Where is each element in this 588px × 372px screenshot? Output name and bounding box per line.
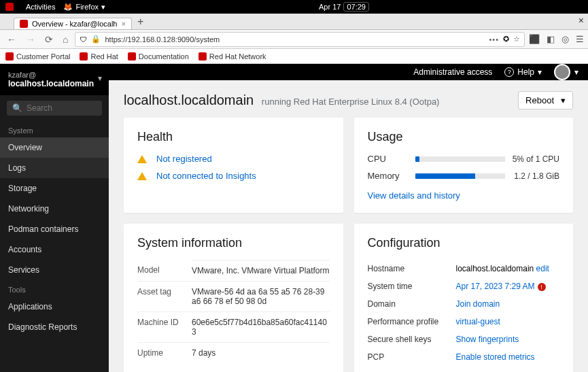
redhat-icon bbox=[128, 52, 136, 61]
firefox-icon: 🦊 bbox=[63, 3, 73, 12]
menu-icon[interactable]: ☰ bbox=[576, 34, 584, 44]
sysinfo-key: Uptime bbox=[137, 342, 192, 363]
url-bar[interactable]: 🛡 🔒 https://192.168.0.128:9090/system ••… bbox=[75, 32, 525, 47]
config-value: Join domain bbox=[456, 295, 560, 313]
config-key: PCP bbox=[368, 348, 456, 366]
config-link[interactable]: Enable stored metrics bbox=[456, 352, 535, 362]
sidebar-item-diagnostic-reports[interactable]: Diagnostic Reports bbox=[0, 317, 109, 337]
tab-title: Overview - kzafar@localh bbox=[32, 20, 117, 28]
chevron-down-icon: ▾ bbox=[574, 67, 578, 77]
firefox-menu[interactable]: 🦊 Firefox ▾ bbox=[63, 3, 105, 12]
sidebar-item-logs[interactable]: Logs bbox=[0, 158, 109, 178]
page-header: localhost.localdomain running Red Hat En… bbox=[109, 80, 588, 118]
sidebar-item-networking[interactable]: Networking bbox=[0, 199, 109, 219]
cockpit-app: kzafar@ localhost.localdomain ▾ 🔍 System… bbox=[0, 64, 588, 372]
reader-icon[interactable]: ✪ bbox=[503, 35, 509, 44]
system-info-card: System information ModelVMware, Inc. VMw… bbox=[124, 224, 343, 372]
health-title: Health bbox=[137, 130, 330, 144]
redhat-icon bbox=[5, 52, 14, 61]
bookmark-documentation[interactable]: Documentation bbox=[128, 52, 189, 61]
session-menu[interactable]: ▾ bbox=[554, 64, 578, 80]
config-value: localhost.localdomain edit bbox=[456, 260, 560, 277]
sidebar-icon[interactable]: ◧ bbox=[547, 34, 555, 44]
memory-bar bbox=[415, 173, 506, 179]
sidebar-item-accounts[interactable]: Accounts bbox=[0, 239, 109, 260]
insights-link[interactable]: Not connected to Insights bbox=[156, 171, 256, 181]
bookmark-customer-portal[interactable]: Customer Portal bbox=[5, 52, 70, 61]
memory-value: 1.2 / 1.8 GiB bbox=[512, 171, 559, 181]
sysinfo-title: System information bbox=[137, 236, 330, 250]
library-icon[interactable]: ⬛ bbox=[529, 34, 540, 44]
config-key: System time bbox=[368, 277, 456, 295]
config-value: Apr 17, 2023 7:29 AM! bbox=[456, 277, 560, 295]
home-button[interactable]: ⌂ bbox=[60, 34, 71, 45]
redhat-icon bbox=[198, 52, 207, 61]
page-title: localhost.localdomain bbox=[124, 92, 254, 107]
memory-label: Memory bbox=[368, 171, 409, 181]
usage-title: Usage bbox=[368, 130, 560, 144]
edit-link[interactable]: edit bbox=[536, 264, 549, 273]
config-key: Hostname bbox=[368, 260, 456, 277]
config-link[interactable]: Apr 17, 2023 7:29 AM bbox=[456, 282, 535, 291]
config-key: Performance profile bbox=[368, 313, 456, 331]
search-input[interactable] bbox=[27, 103, 97, 113]
config-link[interactable]: virtual-guest bbox=[456, 317, 500, 326]
browser-tab[interactable]: Overview - kzafar@localh × bbox=[14, 18, 132, 29]
avatar-icon bbox=[554, 64, 570, 80]
sidebar-host-switcher[interactable]: kzafar@ localhost.localdomain ▾ bbox=[0, 64, 109, 95]
help-menu[interactable]: ? Help ▾ bbox=[504, 67, 542, 77]
cpu-value: 5% of 1 CPU bbox=[512, 154, 559, 164]
bookmark-red-hat[interactable]: Red Hat bbox=[80, 52, 118, 61]
sidebar-hostname: localhost.localdomain bbox=[8, 79, 101, 88]
search-icon: 🔍 bbox=[12, 103, 22, 113]
bookmarks-bar: Customer Portal Red Hat Documentation Re… bbox=[0, 49, 588, 64]
cockpit-favicon-icon bbox=[20, 20, 28, 28]
reboot-button[interactable]: Reboot ▾ bbox=[518, 91, 573, 109]
cpu-label: CPU bbox=[368, 154, 409, 164]
new-tab-button[interactable]: + bbox=[132, 14, 149, 29]
shield-icon: 🛡 bbox=[80, 35, 87, 44]
sidebar-item-services[interactable]: Services bbox=[0, 260, 109, 280]
usage-details-link[interactable]: View details and history bbox=[368, 190, 460, 201]
config-key: Secure shell keys bbox=[368, 331, 456, 348]
sysinfo-value: VMware, Inc. VMware Virtual Platform bbox=[192, 260, 330, 281]
sysinfo-value: 7 days bbox=[192, 342, 330, 363]
cockpit-topbar: Administrative access ? Help ▾ ▾ bbox=[109, 64, 588, 80]
config-link[interactable]: Show fingerprints bbox=[456, 335, 519, 344]
sysinfo-key: Machine ID bbox=[137, 311, 192, 342]
main-content: Administrative access ? Help ▾ ▾ localho… bbox=[109, 64, 588, 372]
sidebar-item-podman[interactable]: Podman containers bbox=[0, 219, 109, 239]
fedora-icon bbox=[5, 3, 14, 11]
chevron-down-icon: ▾ bbox=[561, 95, 566, 105]
config-value: Enable stored metrics bbox=[456, 348, 560, 366]
back-button[interactable]: ← bbox=[4, 34, 19, 45]
activities-button[interactable]: Activities bbox=[26, 3, 55, 11]
sidebar-search[interactable]: 🔍 bbox=[7, 101, 102, 116]
usage-card: Usage CPU 5% of 1 CPU Memory 1.2 / 1.8 G… bbox=[354, 118, 574, 213]
account-icon[interactable]: ◎ bbox=[561, 34, 569, 44]
config-key: Domain bbox=[368, 295, 456, 313]
gnome-top-bar: Activities 🦊 Firefox ▾ Apr 17 07:29 bbox=[0, 0, 588, 14]
lock-icon: 🔒 bbox=[91, 35, 101, 44]
chevron-down-icon: ▾ bbox=[538, 67, 542, 77]
window-close-button[interactable]: × bbox=[578, 15, 584, 26]
bookmark-star-icon[interactable]: ☆ bbox=[513, 35, 520, 44]
warning-icon bbox=[137, 155, 147, 163]
reload-button[interactable]: ⟳ bbox=[42, 34, 56, 45]
cpu-bar bbox=[415, 156, 506, 162]
config-link[interactable]: Join domain bbox=[456, 299, 500, 309]
sidebar-item-storage[interactable]: Storage bbox=[0, 178, 109, 199]
tab-close-button[interactable]: × bbox=[121, 20, 125, 28]
admin-access-label[interactable]: Administrative access bbox=[413, 67, 492, 77]
sysinfo-value: 60e6e5c5f77b4d16ba85a60fac411403 bbox=[192, 311, 330, 342]
page-actions-icon[interactable]: ••• bbox=[489, 35, 499, 44]
sidebar-item-overview[interactable]: Overview bbox=[0, 137, 109, 158]
sidebar-heading-tools: Tools bbox=[0, 280, 109, 297]
url-text: https://192.168.0.128:9090/system bbox=[105, 35, 485, 44]
sidebar-item-applications[interactable]: Applications bbox=[0, 297, 109, 317]
forward-button[interactable]: → bbox=[23, 34, 38, 45]
bookmark-red-hat-network[interactable]: Red Hat Network bbox=[198, 52, 266, 61]
not-registered-link[interactable]: Not registered bbox=[156, 154, 212, 164]
clock[interactable]: Apr 17 07:29 bbox=[319, 2, 369, 12]
sidebar: kzafar@ localhost.localdomain ▾ 🔍 System… bbox=[0, 64, 109, 372]
